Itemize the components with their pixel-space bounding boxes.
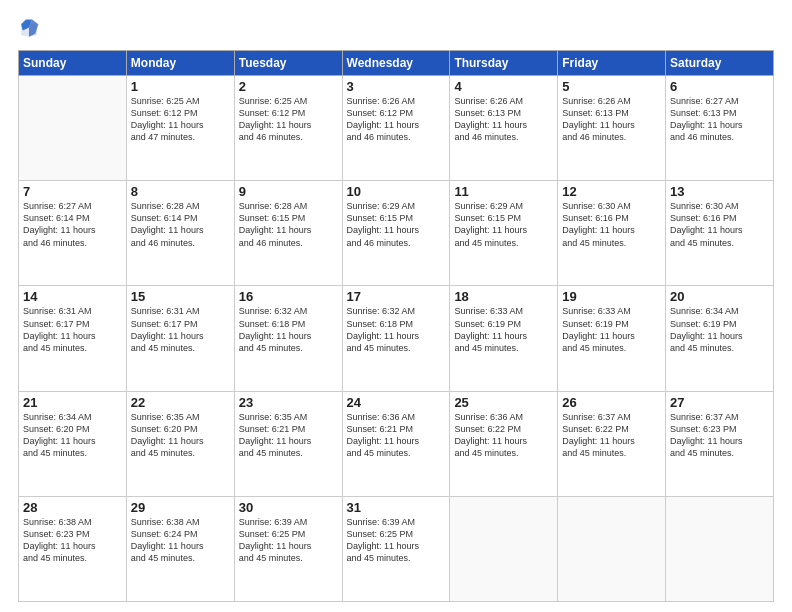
day-info: Sunrise: 6:30 AM Sunset: 6:16 PM Dayligh…: [670, 200, 769, 249]
day-number: 8: [131, 184, 230, 199]
day-info: Sunrise: 6:37 AM Sunset: 6:23 PM Dayligh…: [670, 411, 769, 460]
calendar-cell: 26Sunrise: 6:37 AM Sunset: 6:22 PM Dayli…: [558, 391, 666, 496]
day-number: 29: [131, 500, 230, 515]
calendar-cell: 24Sunrise: 6:36 AM Sunset: 6:21 PM Dayli…: [342, 391, 450, 496]
calendar-page: SundayMondayTuesdayWednesdayThursdayFrid…: [0, 0, 792, 612]
day-info: Sunrise: 6:36 AM Sunset: 6:21 PM Dayligh…: [347, 411, 446, 460]
calendar-cell: [450, 496, 558, 601]
calendar-cell: 13Sunrise: 6:30 AM Sunset: 6:16 PM Dayli…: [666, 181, 774, 286]
day-number: 6: [670, 79, 769, 94]
day-info: Sunrise: 6:26 AM Sunset: 6:12 PM Dayligh…: [347, 95, 446, 144]
calendar-table: SundayMondayTuesdayWednesdayThursdayFrid…: [18, 50, 774, 602]
day-info: Sunrise: 6:30 AM Sunset: 6:16 PM Dayligh…: [562, 200, 661, 249]
day-info: Sunrise: 6:27 AM Sunset: 6:13 PM Dayligh…: [670, 95, 769, 144]
day-number: 7: [23, 184, 122, 199]
calendar-cell: 16Sunrise: 6:32 AM Sunset: 6:18 PM Dayli…: [234, 286, 342, 391]
day-number: 19: [562, 289, 661, 304]
calendar-cell: 5Sunrise: 6:26 AM Sunset: 6:13 PM Daylig…: [558, 76, 666, 181]
day-number: 9: [239, 184, 338, 199]
day-number: 12: [562, 184, 661, 199]
day-info: Sunrise: 6:34 AM Sunset: 6:19 PM Dayligh…: [670, 305, 769, 354]
day-number: 4: [454, 79, 553, 94]
calendar-cell: 15Sunrise: 6:31 AM Sunset: 6:17 PM Dayli…: [126, 286, 234, 391]
weekday-header: Wednesday: [342, 51, 450, 76]
calendar-week-row: 28Sunrise: 6:38 AM Sunset: 6:23 PM Dayli…: [19, 496, 774, 601]
calendar-cell: 6Sunrise: 6:27 AM Sunset: 6:13 PM Daylig…: [666, 76, 774, 181]
day-number: 31: [347, 500, 446, 515]
calendar-cell: 30Sunrise: 6:39 AM Sunset: 6:25 PM Dayli…: [234, 496, 342, 601]
day-number: 26: [562, 395, 661, 410]
calendar-cell: 11Sunrise: 6:29 AM Sunset: 6:15 PM Dayli…: [450, 181, 558, 286]
day-number: 2: [239, 79, 338, 94]
calendar-cell: 4Sunrise: 6:26 AM Sunset: 6:13 PM Daylig…: [450, 76, 558, 181]
day-info: Sunrise: 6:29 AM Sunset: 6:15 PM Dayligh…: [454, 200, 553, 249]
day-number: 23: [239, 395, 338, 410]
calendar-cell: 31Sunrise: 6:39 AM Sunset: 6:25 PM Dayli…: [342, 496, 450, 601]
day-number: 14: [23, 289, 122, 304]
day-number: 21: [23, 395, 122, 410]
calendar-cell: 8Sunrise: 6:28 AM Sunset: 6:14 PM Daylig…: [126, 181, 234, 286]
day-number: 10: [347, 184, 446, 199]
logo-icon: [18, 18, 40, 40]
day-info: Sunrise: 6:28 AM Sunset: 6:15 PM Dayligh…: [239, 200, 338, 249]
calendar-cell: 17Sunrise: 6:32 AM Sunset: 6:18 PM Dayli…: [342, 286, 450, 391]
calendar-week-row: 7Sunrise: 6:27 AM Sunset: 6:14 PM Daylig…: [19, 181, 774, 286]
day-number: 5: [562, 79, 661, 94]
day-number: 1: [131, 79, 230, 94]
weekday-header-row: SundayMondayTuesdayWednesdayThursdayFrid…: [19, 51, 774, 76]
calendar-cell: 1Sunrise: 6:25 AM Sunset: 6:12 PM Daylig…: [126, 76, 234, 181]
calendar-week-row: 21Sunrise: 6:34 AM Sunset: 6:20 PM Dayli…: [19, 391, 774, 496]
weekday-header: Thursday: [450, 51, 558, 76]
calendar-cell: 28Sunrise: 6:38 AM Sunset: 6:23 PM Dayli…: [19, 496, 127, 601]
day-number: 13: [670, 184, 769, 199]
day-number: 25: [454, 395, 553, 410]
day-number: 30: [239, 500, 338, 515]
day-info: Sunrise: 6:33 AM Sunset: 6:19 PM Dayligh…: [454, 305, 553, 354]
weekday-header: Tuesday: [234, 51, 342, 76]
day-number: 27: [670, 395, 769, 410]
weekday-header: Saturday: [666, 51, 774, 76]
day-info: Sunrise: 6:33 AM Sunset: 6:19 PM Dayligh…: [562, 305, 661, 354]
calendar-cell: 19Sunrise: 6:33 AM Sunset: 6:19 PM Dayli…: [558, 286, 666, 391]
calendar-cell: 10Sunrise: 6:29 AM Sunset: 6:15 PM Dayli…: [342, 181, 450, 286]
day-number: 16: [239, 289, 338, 304]
calendar-cell: 22Sunrise: 6:35 AM Sunset: 6:20 PM Dayli…: [126, 391, 234, 496]
day-info: Sunrise: 6:29 AM Sunset: 6:15 PM Dayligh…: [347, 200, 446, 249]
day-info: Sunrise: 6:26 AM Sunset: 6:13 PM Dayligh…: [454, 95, 553, 144]
day-info: Sunrise: 6:28 AM Sunset: 6:14 PM Dayligh…: [131, 200, 230, 249]
day-info: Sunrise: 6:26 AM Sunset: 6:13 PM Dayligh…: [562, 95, 661, 144]
calendar-week-row: 14Sunrise: 6:31 AM Sunset: 6:17 PM Dayli…: [19, 286, 774, 391]
day-number: 28: [23, 500, 122, 515]
day-info: Sunrise: 6:36 AM Sunset: 6:22 PM Dayligh…: [454, 411, 553, 460]
calendar-week-row: 1Sunrise: 6:25 AM Sunset: 6:12 PM Daylig…: [19, 76, 774, 181]
day-number: 24: [347, 395, 446, 410]
calendar-cell: 21Sunrise: 6:34 AM Sunset: 6:20 PM Dayli…: [19, 391, 127, 496]
day-info: Sunrise: 6:38 AM Sunset: 6:24 PM Dayligh…: [131, 516, 230, 565]
weekday-header: Monday: [126, 51, 234, 76]
calendar-cell: 20Sunrise: 6:34 AM Sunset: 6:19 PM Dayli…: [666, 286, 774, 391]
day-info: Sunrise: 6:37 AM Sunset: 6:22 PM Dayligh…: [562, 411, 661, 460]
day-info: Sunrise: 6:25 AM Sunset: 6:12 PM Dayligh…: [131, 95, 230, 144]
calendar-cell: 29Sunrise: 6:38 AM Sunset: 6:24 PM Dayli…: [126, 496, 234, 601]
day-info: Sunrise: 6:35 AM Sunset: 6:20 PM Dayligh…: [131, 411, 230, 460]
day-info: Sunrise: 6:25 AM Sunset: 6:12 PM Dayligh…: [239, 95, 338, 144]
day-number: 17: [347, 289, 446, 304]
logo: [18, 18, 44, 40]
weekday-header: Friday: [558, 51, 666, 76]
day-info: Sunrise: 6:39 AM Sunset: 6:25 PM Dayligh…: [239, 516, 338, 565]
calendar-cell: [558, 496, 666, 601]
day-number: 3: [347, 79, 446, 94]
day-number: 22: [131, 395, 230, 410]
calendar-cell: 25Sunrise: 6:36 AM Sunset: 6:22 PM Dayli…: [450, 391, 558, 496]
day-info: Sunrise: 6:38 AM Sunset: 6:23 PM Dayligh…: [23, 516, 122, 565]
calendar-cell: 2Sunrise: 6:25 AM Sunset: 6:12 PM Daylig…: [234, 76, 342, 181]
calendar-cell: 12Sunrise: 6:30 AM Sunset: 6:16 PM Dayli…: [558, 181, 666, 286]
calendar-cell: [19, 76, 127, 181]
day-info: Sunrise: 6:32 AM Sunset: 6:18 PM Dayligh…: [239, 305, 338, 354]
day-info: Sunrise: 6:27 AM Sunset: 6:14 PM Dayligh…: [23, 200, 122, 249]
calendar-cell: 27Sunrise: 6:37 AM Sunset: 6:23 PM Dayli…: [666, 391, 774, 496]
day-number: 20: [670, 289, 769, 304]
calendar-cell: 14Sunrise: 6:31 AM Sunset: 6:17 PM Dayli…: [19, 286, 127, 391]
day-number: 18: [454, 289, 553, 304]
calendar-cell: [666, 496, 774, 601]
